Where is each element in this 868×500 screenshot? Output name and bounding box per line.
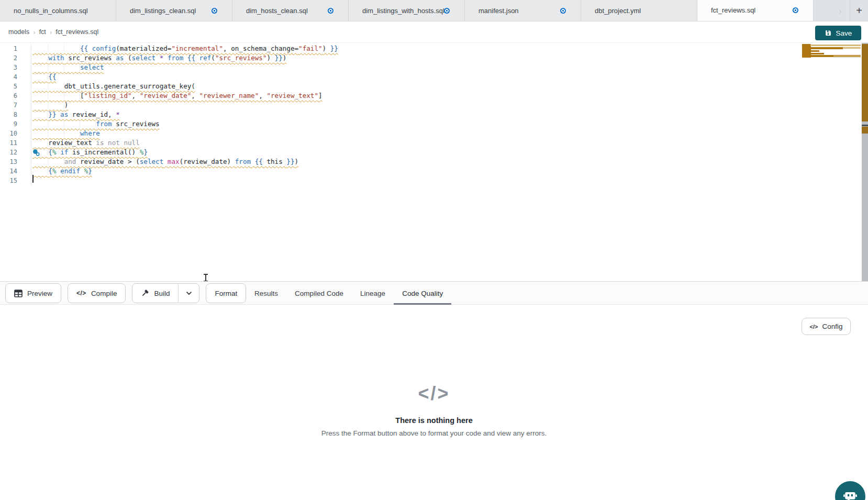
line-number: 8 [0,110,31,119]
text-caret [32,175,34,183]
code-line-9[interactable]: 9 from src_reviews [0,119,862,129]
file-tab-label: dim_listings_with_hosts.sql [362,7,444,15]
code-line-2[interactable]: 2 with src_reviews as (select * from {{ … [0,53,862,63]
code-line-6[interactable]: 6 ["listing_id", "review_date", "reviewe… [0,91,862,101]
hammer-icon [141,289,149,297]
tab-bar-right-controls: › + [814,0,868,21]
file-tab-dim_hosts_clean.sql[interactable]: dim_hosts_clean.sql [232,0,349,21]
code-line-content: {% endif %} [31,166,92,176]
file-tab-fct_reviews.sql[interactable]: fct_reviews.sql [697,0,814,21]
line-number: 2 [0,53,31,63]
tab-strip: no_nulls_in_columns.sqldim_listings_clea… [0,0,814,21]
format-button[interactable]: Format [206,283,246,303]
save-button[interactable]: Save [815,26,861,40]
empty-state: </> There is nothing here Press the Form… [0,305,868,437]
code-line-content: {% if is_incremental() %} [31,148,148,157]
panel-tab-lineage[interactable]: Lineage [352,282,394,305]
file-tab-label: no_nulls_in_columns.sql [14,7,88,15]
file-tab-bar: no_nulls_in_columns.sqldim_listings_clea… [0,0,868,21]
empty-state-subtitle: Press the Format button above to format … [321,429,547,437]
code-line-content: {{ config(materialized="incremental", on… [31,44,338,53]
code-line-10[interactable]: 10 where [0,129,862,138]
file-tab-label: manifest.json [478,7,519,15]
code-line-15[interactable]: 15 [0,176,862,185]
line-number: 7 [0,101,31,110]
line-number: 14 [0,166,31,176]
compile-button-label: Compile [91,290,117,297]
code-line-content: {{ [31,72,57,82]
build-button-group: Build [132,283,199,303]
editor-scrollbar[interactable] [862,43,868,281]
preview-button[interactable]: Preview [5,283,61,303]
code-brackets-icon: </> [76,290,86,297]
line-number: 11 [0,138,31,148]
file-tab-no_nulls_in_columns.sql[interactable]: no_nulls_in_columns.sql [0,0,116,21]
breadcrumb: models›fct›fct_reviews.sql [8,21,98,42]
code-line-content: with src_reviews as (select * from {{ re… [31,53,286,63]
file-tab-label: dim_listings_clean.sql [130,7,196,15]
file-tab-manifest.json[interactable]: manifest.json [465,0,581,21]
code-line-11[interactable]: 11 review_text is not null [0,138,862,148]
unsaved-changes-dot [212,8,217,14]
table-icon [14,290,23,297]
preview-button-label: Preview [27,290,52,297]
compile-button[interactable]: </> Compile [68,283,126,303]
robot-chat-icon [842,488,858,500]
line-number: 1 [0,44,31,53]
tab-scroll-right-icon[interactable]: › [834,6,847,15]
file-tab-dbt_project.yml[interactable]: dbt_project.yml [581,0,697,21]
empty-state-title: There is nothing here [395,416,472,425]
breadcrumb-item-fct_reviews.sql[interactable]: fct_reviews.sql [55,28,98,36]
line-number: 13 [0,157,31,166]
line-number: 4 [0,72,31,82]
code-line-1[interactable]: 1 {{ config(materialized="incremental", … [0,44,862,53]
floppy-disk-icon [825,29,832,37]
code-line-content: ) [31,101,68,110]
breadcrumb-item-models[interactable]: models [8,28,29,36]
panel-tabs: ResultsCompiled CodeLineageCode Quality [246,282,451,305]
breadcrumb-bar: models›fct›fct_reviews.sql Save [0,21,868,43]
panel-tab-results[interactable]: Results [246,282,286,305]
breadcrumb-separator-icon: › [33,28,35,36]
line-number: 3 [0,63,31,72]
file-tab-label: dim_hosts_clean.sql [246,7,308,15]
code-line-13[interactable]: 13 and review_date > (select max(review_… [0,157,862,166]
code-line-12[interactable]: 12 {% if is_incremental() %} [0,148,862,157]
build-button[interactable]: Build [132,284,178,303]
breadcrumb-item-fct[interactable]: fct [39,28,46,36]
file-tab-label: dbt_project.yml [595,7,641,15]
code-line-content: review_text is not null [31,138,140,148]
scrollbar-warning-marks [862,44,868,121]
line-number: 12 [0,148,31,157]
warning-minimap [802,43,861,59]
scrollbar-warning-marks-lower [862,127,868,134]
new-tab-button[interactable]: + [850,5,868,17]
unsaved-changes-dot [444,8,450,14]
code-line-content: dbt_utils.generate_surrogate_key( [31,82,195,91]
panel-tab-code-quality[interactable]: Code Quality [394,282,451,305]
unsaved-changes-dot [560,8,566,14]
panel-tab-compiled-code[interactable]: Compiled Code [286,282,352,305]
file-tab-label: fct_reviews.sql [711,6,755,14]
save-button-label: Save [836,29,852,37]
code-line-7[interactable]: 7 ) [0,101,862,110]
code-editor[interactable]: 1 {{ config(materialized="incremental", … [0,43,868,281]
code-line-content: select [31,63,104,72]
line-number: 15 [0,176,31,185]
code-line-5[interactable]: 5 dbt_utils.generate_surrogate_key( [0,82,862,91]
bottom-toolbar: Preview </> Compile Build [0,281,868,305]
code-line-content: where [31,129,100,138]
code-line-4[interactable]: 4 {{ [0,72,862,82]
code-quality-fix-icon[interactable] [32,149,40,157]
file-tab-dim_listings_with_hosts.sql[interactable]: dim_listings_with_hosts.sql [349,0,465,21]
code-brackets-icon: </> [418,383,450,405]
build-options-dropdown[interactable] [178,284,199,303]
code-line-3[interactable]: 3 select [0,63,862,72]
file-tab-dim_listings_clean.sql[interactable]: dim_listings_clean.sql [116,0,232,21]
line-number: 10 [0,129,31,138]
code-line-8[interactable]: 8 }} as review_id, * [0,110,862,119]
dbt-ide-window: no_nulls_in_columns.sqldim_listings_clea… [0,0,868,500]
line-number: 5 [0,82,31,91]
code-line-14[interactable]: 14 {% endif %} [0,166,862,176]
code-line-content: }} as review_id, * [31,110,120,119]
